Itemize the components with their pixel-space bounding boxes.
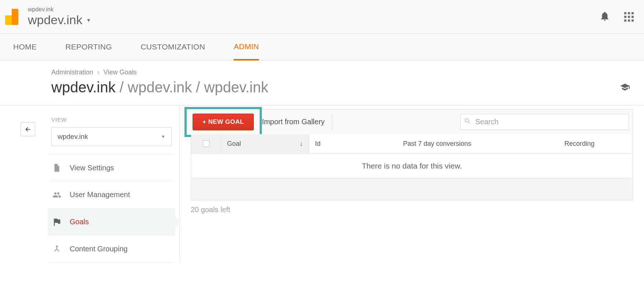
sidebar-item-label: Goals [70,218,89,226]
empty-state-message: There is no data for this view. [191,153,633,178]
chevron-down-icon: ▼ [86,17,91,23]
table-header: Goal ↓ Id Past 7 day conversions Recordi… [191,134,633,153]
search-icon [464,117,471,126]
property-selector[interactable]: wpdev.ink wpdev.ink ▼ [28,6,91,27]
back-button[interactable] [21,122,35,136]
merge-icon [51,244,62,255]
apps-icon[interactable] [624,12,634,22]
account-name: wpdev.ink [51,79,116,95]
search-input[interactable] [460,114,629,130]
view-select[interactable]: wpdev.ink ▼ [51,127,172,146]
highlight-annotation: + NEW GOAL [184,107,262,137]
column-goal[interactable]: Goal ↓ [221,134,309,153]
view-select-value: wpdev.ink [58,133,88,141]
sidebar-item-label: View Settings [70,164,114,172]
sort-arrow-icon: ↓ [300,140,303,148]
breadcrumb-heading: wpdev.ink / wpdev.ink / wpdev.ink [51,79,644,96]
breadcrumb: Administration › View Goals wpdev.ink / … [0,60,644,106]
goals-remaining-label: 20 goals left [191,206,633,214]
view-path: wpdev.ink [204,79,268,95]
tab-home[interactable]: HOME [13,34,37,60]
column-recording[interactable]: Recording [559,134,633,153]
flag-icon [51,217,62,228]
app-header: wpdev.ink wpdev.ink ▼ [0,0,644,34]
sidebar-item-view-settings[interactable]: View Settings [48,154,175,181]
tab-customization[interactable]: CUSTOMIZATION [140,34,205,60]
sidebar-item-user-management[interactable]: User Management [48,181,175,208]
breadcrumb-level1[interactable]: Administration [51,69,93,76]
column-label: Goal [227,140,241,148]
select-all-checkbox[interactable] [203,140,209,147]
sidebar-section-label: VIEW [51,117,179,123]
ga-logo-icon [5,9,20,25]
import-from-gallery-link[interactable]: Import from Gallery [262,118,325,126]
document-icon [51,162,62,173]
tab-admin[interactable]: ADMIN [234,34,259,60]
sidebar-item-label: Content Grouping [70,245,128,253]
property-path: wpdev.ink [128,79,192,95]
column-past7[interactable]: Past 7 day conversions [397,134,559,153]
goals-table: Goal ↓ Id Past 7 day conversions Recordi… [191,134,633,200]
chevron-down-icon: ▼ [161,134,165,139]
breadcrumb-separator: › [97,69,99,76]
breadcrumb-level2[interactable]: View Goals [103,69,137,76]
people-icon [51,189,62,200]
org-name: wpdev.ink [28,6,91,13]
main-nav: HOME REPORTING CUSTOMIZATION ADMIN [0,34,644,60]
education-icon[interactable] [619,82,631,94]
bell-icon[interactable] [599,11,610,23]
sidebar-item-goals[interactable]: Goals [48,208,175,236]
property-name: wpdev.ink [28,13,83,27]
main-panel: + NEW GOAL Import from Gallery Goal ↓ [180,106,644,263]
sidebar-item-label: User Management [70,191,130,199]
divider [332,114,332,130]
sidebar-item-content-grouping[interactable]: Content Grouping [48,236,175,263]
table-footer [191,178,633,200]
new-goal-button[interactable]: + NEW GOAL [193,114,254,130]
actions-bar: + NEW GOAL Import from Gallery [191,109,633,134]
tab-reporting[interactable]: REPORTING [65,34,112,60]
column-id[interactable]: Id [309,134,397,153]
